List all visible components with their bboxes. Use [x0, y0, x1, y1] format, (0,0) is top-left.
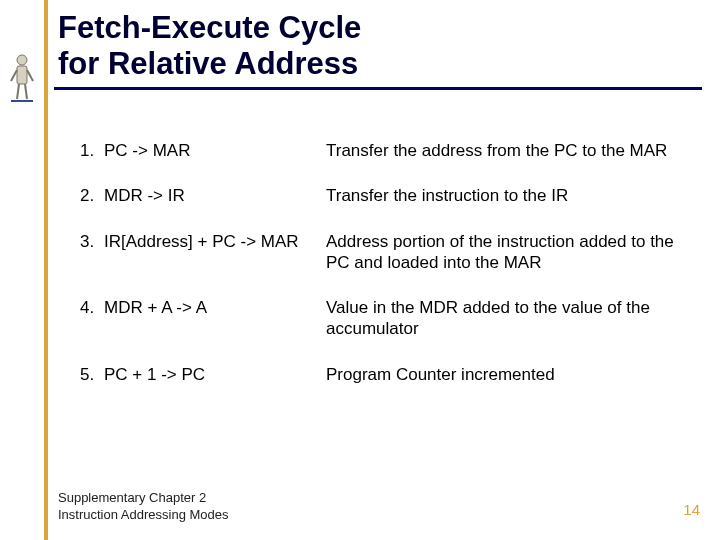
step-number: 5. [80, 352, 104, 397]
robot-figure-icon [9, 53, 35, 103]
title-line-1: Fetch-Execute Cycle [58, 10, 361, 45]
svg-line-5 [25, 84, 27, 99]
step-description: Transfer the address from the PC to the … [326, 128, 680, 173]
step-number: 2. [80, 173, 104, 218]
page-number: 14 [683, 501, 700, 518]
table-row: 1. PC -> MAR Transfer the address from t… [80, 128, 680, 173]
step-operation: PC + 1 -> PC [104, 352, 326, 397]
step-operation: MDR + A -> A [104, 285, 326, 352]
title-line-2: for Relative Address [58, 46, 358, 81]
steps-table-container: 1. PC -> MAR Transfer the address from t… [80, 128, 680, 397]
svg-line-3 [27, 70, 33, 81]
step-operation: IR[Address] + PC -> MAR [104, 219, 326, 286]
table-row: 2. MDR -> IR Transfer the instruction to… [80, 173, 680, 218]
accent-vertical-bar [44, 0, 48, 540]
step-description: Value in the MDR added to the value of t… [326, 285, 680, 352]
svg-line-2 [11, 70, 17, 81]
svg-point-0 [17, 55, 27, 65]
step-description: Program Counter incremented [326, 352, 680, 397]
footer-line-2: Instruction Addressing Modes [58, 507, 229, 522]
title-underline [54, 87, 702, 90]
svg-rect-1 [17, 66, 27, 84]
step-number: 1. [80, 128, 104, 173]
steps-table: 1. PC -> MAR Transfer the address from t… [80, 128, 680, 397]
table-row: 5. PC + 1 -> PC Program Counter incremen… [80, 352, 680, 397]
step-number: 3. [80, 219, 104, 286]
footer-text: Supplementary Chapter 2 Instruction Addr… [58, 490, 229, 524]
slide-title: Fetch-Execute Cycle for Relative Address [58, 10, 698, 90]
svg-line-4 [17, 84, 19, 99]
footer-line-1: Supplementary Chapter 2 [58, 490, 206, 505]
step-description: Transfer the instruction to the IR [326, 173, 680, 218]
step-description: Address portion of the instruction added… [326, 219, 680, 286]
table-row: 4. MDR + A -> A Value in the MDR added t… [80, 285, 680, 352]
step-operation: PC -> MAR [104, 128, 326, 173]
step-number: 4. [80, 285, 104, 352]
step-operation: MDR -> IR [104, 173, 326, 218]
table-row: 3. IR[Address] + PC -> MAR Address porti… [80, 219, 680, 286]
slide-logo [8, 52, 36, 104]
